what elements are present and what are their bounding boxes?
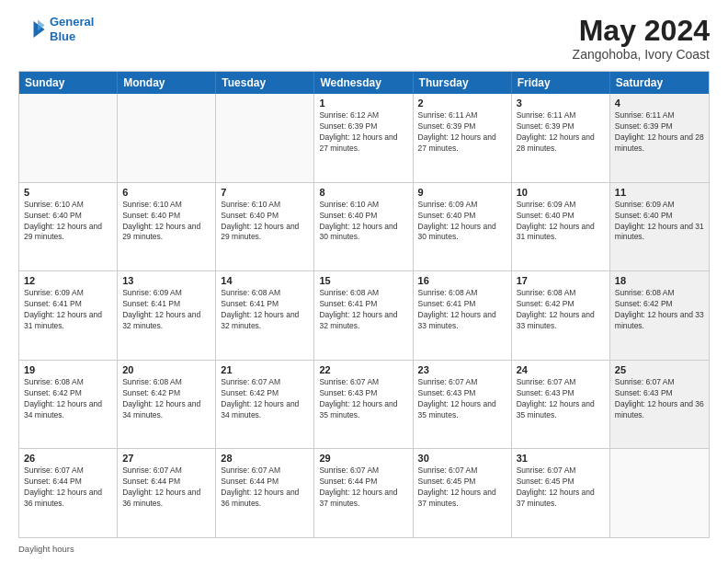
calendar-header: SundayMondayTuesdayWednesdayThursdayFrid… — [19, 72, 709, 94]
logo-text: General Blue — [50, 15, 94, 43]
day-number: 26 — [24, 453, 112, 464]
cal-day-29: 29Sunrise: 6:07 AMSunset: 6:44 PMDayligh… — [314, 449, 413, 537]
day-info: Sunrise: 6:07 AMSunset: 6:45 PMDaylight:… — [418, 465, 506, 510]
day-number: 11 — [615, 187, 704, 198]
cal-day-7: 7Sunrise: 6:10 AMSunset: 6:40 PMDaylight… — [216, 183, 314, 271]
cal-day-19: 19Sunrise: 6:08 AMSunset: 6:42 PMDayligh… — [19, 361, 118, 449]
day-info: Sunrise: 6:07 AMSunset: 6:44 PMDaylight:… — [122, 465, 210, 510]
cal-day-30: 30Sunrise: 6:07 AMSunset: 6:45 PMDayligh… — [414, 449, 512, 537]
day-number: 6 — [122, 187, 210, 198]
day-number: 10 — [517, 187, 605, 198]
day-number: 12 — [24, 275, 112, 286]
day-number: 29 — [319, 453, 407, 464]
day-info: Sunrise: 6:10 AMSunset: 6:40 PMDaylight:… — [221, 200, 309, 244]
cal-header-day-thursday: Thursday — [414, 72, 512, 94]
day-number: 14 — [221, 275, 309, 286]
day-number: 25 — [615, 364, 704, 375]
cal-day-9: 9Sunrise: 6:09 AMSunset: 6:40 PMDaylight… — [414, 183, 512, 271]
logo-line1: General — [50, 15, 94, 29]
day-info: Sunrise: 6:10 AMSunset: 6:40 PMDaylight:… — [319, 200, 407, 244]
cal-header-day-monday: Monday — [118, 72, 216, 94]
cal-day-empty — [610, 449, 709, 537]
day-number: 8 — [319, 187, 407, 198]
cal-day-empty — [19, 94, 118, 182]
cal-day-22: 22Sunrise: 6:07 AMSunset: 6:43 PMDayligh… — [314, 361, 413, 449]
calendar-body: 1Sunrise: 6:12 AMSunset: 6:39 PMDaylight… — [19, 94, 709, 537]
cal-week-4: 19Sunrise: 6:08 AMSunset: 6:42 PMDayligh… — [19, 361, 709, 450]
day-number: 7 — [221, 187, 309, 198]
day-number: 31 — [517, 453, 605, 464]
day-number: 21 — [221, 364, 309, 375]
day-number: 27 — [122, 453, 210, 464]
cal-header-day-tuesday: Tuesday — [216, 72, 314, 94]
day-number: 3 — [517, 98, 605, 109]
footer-note: Daylight hours — [18, 544, 74, 554]
logo: General Blue — [18, 15, 94, 43]
day-info: Sunrise: 6:07 AMSunset: 6:42 PMDaylight:… — [221, 377, 309, 421]
page: General Blue May 2024 Zangohoba, Ivory C… — [0, 0, 728, 563]
cal-day-8: 8Sunrise: 6:10 AMSunset: 6:40 PMDaylight… — [314, 183, 413, 271]
title-block: May 2024 Zangohoba, Ivory Coast — [573, 15, 710, 62]
cal-day-empty — [118, 94, 216, 182]
cal-week-2: 5Sunrise: 6:10 AMSunset: 6:40 PMDaylight… — [19, 183, 709, 272]
day-number: 24 — [517, 364, 605, 375]
cal-day-23: 23Sunrise: 6:07 AMSunset: 6:43 PMDayligh… — [414, 361, 512, 449]
day-info: Sunrise: 6:08 AMSunset: 6:42 PMDaylight:… — [517, 288, 605, 332]
day-info: Sunrise: 6:07 AMSunset: 6:44 PMDaylight:… — [319, 465, 407, 510]
day-info: Sunrise: 6:07 AMSunset: 6:43 PMDaylight:… — [517, 377, 605, 421]
day-number: 13 — [122, 275, 210, 286]
day-info: Sunrise: 6:07 AMSunset: 6:43 PMDaylight:… — [615, 377, 704, 421]
cal-day-empty — [216, 94, 314, 182]
day-number: 9 — [418, 187, 506, 198]
day-number: 17 — [517, 275, 605, 286]
day-info: Sunrise: 6:10 AMSunset: 6:40 PMDaylight:… — [122, 200, 210, 244]
cal-header-day-wednesday: Wednesday — [314, 72, 413, 94]
day-number: 4 — [615, 98, 704, 109]
day-info: Sunrise: 6:07 AMSunset: 6:44 PMDaylight:… — [221, 465, 309, 510]
subtitle: Zangohoba, Ivory Coast — [573, 47, 710, 62]
cal-day-18: 18Sunrise: 6:08 AMSunset: 6:42 PMDayligh… — [610, 271, 709, 360]
cal-day-13: 13Sunrise: 6:09 AMSunset: 6:41 PMDayligh… — [118, 271, 216, 360]
day-info: Sunrise: 6:08 AMSunset: 6:41 PMDaylight:… — [418, 288, 506, 332]
day-info: Sunrise: 6:09 AMSunset: 6:40 PMDaylight:… — [418, 200, 506, 244]
cal-header-day-saturday: Saturday — [610, 72, 709, 94]
day-info: Sunrise: 6:07 AMSunset: 6:44 PMDaylight:… — [24, 465, 112, 510]
cal-day-15: 15Sunrise: 6:08 AMSunset: 6:41 PMDayligh… — [314, 271, 413, 360]
footer: Daylight hours — [18, 544, 710, 554]
day-number: 16 — [418, 275, 506, 286]
main-title: May 2024 — [573, 15, 710, 47]
day-info: Sunrise: 6:08 AMSunset: 6:42 PMDaylight:… — [615, 288, 704, 332]
day-info: Sunrise: 6:09 AMSunset: 6:40 PMDaylight:… — [517, 200, 605, 244]
day-info: Sunrise: 6:11 AMSunset: 6:39 PMDaylight:… — [517, 110, 605, 155]
day-info: Sunrise: 6:09 AMSunset: 6:41 PMDaylight:… — [122, 288, 210, 332]
cal-week-3: 12Sunrise: 6:09 AMSunset: 6:41 PMDayligh… — [19, 271, 709, 361]
header: General Blue May 2024 Zangohoba, Ivory C… — [18, 15, 710, 62]
day-info: Sunrise: 6:12 AMSunset: 6:39 PMDaylight:… — [319, 110, 407, 155]
day-info: Sunrise: 6:08 AMSunset: 6:42 PMDaylight:… — [24, 377, 112, 421]
calendar: SundayMondayTuesdayWednesdayThursdayFrid… — [18, 71, 710, 538]
cal-day-5: 5Sunrise: 6:10 AMSunset: 6:40 PMDaylight… — [19, 183, 118, 271]
day-info: Sunrise: 6:09 AMSunset: 6:40 PMDaylight:… — [615, 200, 704, 244]
cal-day-20: 20Sunrise: 6:08 AMSunset: 6:42 PMDayligh… — [118, 361, 216, 449]
cal-day-11: 11Sunrise: 6:09 AMSunset: 6:40 PMDayligh… — [610, 183, 709, 271]
day-number: 2 — [418, 98, 506, 109]
cal-day-3: 3Sunrise: 6:11 AMSunset: 6:39 PMDaylight… — [512, 94, 610, 182]
day-number: 20 — [122, 364, 210, 375]
day-info: Sunrise: 6:09 AMSunset: 6:41 PMDaylight:… — [24, 288, 112, 332]
day-info: Sunrise: 6:08 AMSunset: 6:41 PMDaylight:… — [221, 288, 309, 332]
cal-day-12: 12Sunrise: 6:09 AMSunset: 6:41 PMDayligh… — [19, 271, 118, 360]
cal-day-1: 1Sunrise: 6:12 AMSunset: 6:39 PMDaylight… — [314, 94, 413, 182]
day-info: Sunrise: 6:08 AMSunset: 6:41 PMDaylight:… — [319, 288, 407, 332]
cal-day-4: 4Sunrise: 6:11 AMSunset: 6:39 PMDaylight… — [610, 94, 709, 182]
day-info: Sunrise: 6:07 AMSunset: 6:43 PMDaylight:… — [418, 377, 506, 421]
cal-day-24: 24Sunrise: 6:07 AMSunset: 6:43 PMDayligh… — [512, 361, 610, 449]
logo-icon — [18, 16, 46, 43]
cal-day-27: 27Sunrise: 6:07 AMSunset: 6:44 PMDayligh… — [118, 449, 216, 537]
day-number: 30 — [418, 453, 506, 464]
cal-day-26: 26Sunrise: 6:07 AMSunset: 6:44 PMDayligh… — [19, 449, 118, 537]
day-number: 1 — [319, 98, 407, 109]
logo-line2: Blue — [50, 29, 75, 43]
day-info: Sunrise: 6:11 AMSunset: 6:39 PMDaylight:… — [418, 110, 506, 155]
cal-week-5: 26Sunrise: 6:07 AMSunset: 6:44 PMDayligh… — [19, 449, 709, 537]
cal-day-25: 25Sunrise: 6:07 AMSunset: 6:43 PMDayligh… — [610, 361, 709, 449]
